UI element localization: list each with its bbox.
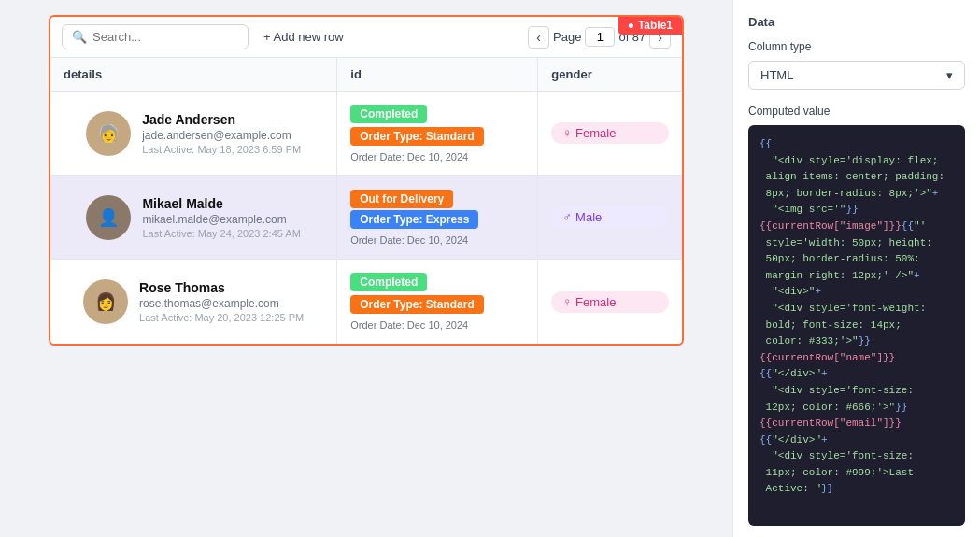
id-cell-0: Completed Order Type: Standard Order Dat… bbox=[337, 92, 538, 175]
status-badge-0: Completed bbox=[350, 105, 427, 123]
user-email-1: mikael.malde@example.com bbox=[142, 213, 300, 226]
gender-cell-0: ♀ Female bbox=[538, 92, 682, 175]
details-cell-0: 🧓 Jade Andersen jade.andersen@example.co… bbox=[50, 92, 337, 175]
page-input[interactable] bbox=[585, 27, 615, 47]
order-type-badge-0: Order Type: Standard bbox=[350, 127, 483, 146]
order-type-badge-2: Order Type: Standard bbox=[350, 295, 483, 314]
order-date-0: Order Date: Dec 10, 2024 bbox=[350, 151, 524, 163]
user-info-2: Rose Thomas rose.thomas@example.com Last… bbox=[139, 280, 304, 323]
order-type-badge-1: Order Type: Express bbox=[350, 210, 478, 229]
badge-row-1: Out for Delivery bbox=[350, 190, 524, 208]
user-active-1: Last Active: May 24, 2023 2:45 AM bbox=[142, 228, 300, 239]
table-row[interactable]: 👤 Mikael Malde mikael.malde@example.com … bbox=[50, 176, 682, 260]
user-active-0: Last Active: May 18, 2023 6:59 PM bbox=[142, 144, 301, 155]
user-name-2: Rose Thomas bbox=[139, 280, 304, 295]
gender-icon-0: ♀ bbox=[562, 126, 572, 140]
chevron-down-icon: ▾ bbox=[946, 68, 953, 82]
gender-badge-0: ♀ Female bbox=[551, 122, 669, 144]
gender-badge-2: ♀ Female bbox=[551, 291, 669, 313]
status-badge-2: Completed bbox=[350, 273, 427, 291]
avatar-2: 👩 bbox=[83, 279, 128, 324]
id-cell-2: Completed Order Type: Standard Order Dat… bbox=[337, 260, 538, 344]
user-info-1: Mikael Malde mikael.malde@example.com La… bbox=[142, 196, 300, 239]
code-block[interactable]: {{ "<div style='display: flex; align-ite… bbox=[748, 125, 965, 526]
details-cell-1: 👤 Mikael Malde mikael.malde@example.com … bbox=[50, 176, 337, 259]
avatar-1: 👤 bbox=[86, 195, 131, 240]
prev-page-button[interactable]: ‹ bbox=[528, 26, 549, 49]
gender-icon-1: ♂ bbox=[562, 210, 572, 224]
left-panel: ● Table1 🔍 + Add new row ‹ Page of 87 › … bbox=[0, 0, 732, 537]
status-badge-1: Out for Delivery bbox=[350, 190, 453, 208]
avatar-face-2: 👩 bbox=[95, 291, 116, 312]
column-type-label: Column type bbox=[733, 40, 980, 61]
add-row-button[interactable]: + Add new row bbox=[256, 26, 351, 48]
toolbar: 🔍 + Add new row ‹ Page of 87 › bbox=[50, 17, 682, 58]
search-input[interactable] bbox=[92, 30, 238, 44]
user-active-2: Last Active: May 20, 2023 12:25 PM bbox=[139, 312, 304, 323]
col-header-gender: gender bbox=[538, 58, 682, 91]
user-name-0: Jade Andersen bbox=[142, 112, 301, 127]
col-header-details: details bbox=[50, 58, 337, 91]
search-box[interactable]: 🔍 bbox=[62, 24, 249, 49]
table-label: ● Table1 bbox=[618, 16, 682, 35]
computed-value-label: Computed value bbox=[733, 105, 980, 125]
badge-row-0: Completed Order Type: Standard bbox=[350, 105, 524, 146]
user-name-1: Mikael Malde bbox=[142, 196, 300, 211]
order-date-2: Order Date: Dec 10, 2024 bbox=[350, 319, 524, 331]
user-info-0: Jade Andersen jade.andersen@example.com … bbox=[142, 112, 301, 155]
order-date-1: Order Date: Dec 10, 2024 bbox=[350, 234, 524, 246]
gender-cell-1: ♂ Male bbox=[538, 176, 682, 259]
search-icon: 🔍 bbox=[72, 30, 87, 44]
table-row[interactable]: 🧓 Jade Andersen jade.andersen@example.co… bbox=[50, 92, 682, 176]
table-row[interactable]: 👩 Rose Thomas rose.thomas@example.com La… bbox=[50, 260, 682, 344]
col-header-id: id bbox=[337, 58, 538, 91]
id-cell-1: Out for Delivery Order Type: Express Ord… bbox=[337, 176, 538, 259]
gender-icon-2: ♀ bbox=[562, 295, 572, 309]
badge-row-1b: Order Type: Express bbox=[350, 210, 524, 229]
user-email-2: rose.thomas@example.com bbox=[139, 297, 304, 310]
column-type-select[interactable]: HTML ▾ bbox=[748, 61, 965, 90]
right-panel: Data Column type HTML ▾ Computed value {… bbox=[732, 0, 980, 537]
avatar-0: 🧓 bbox=[86, 111, 131, 156]
table-header: details id gender bbox=[50, 58, 682, 92]
gender-cell-2: ♀ Female bbox=[538, 260, 682, 344]
right-panel-header: Data bbox=[733, 11, 980, 40]
table-dot: ● bbox=[628, 19, 634, 32]
table-container: ● Table1 🔍 + Add new row ‹ Page of 87 › … bbox=[49, 15, 684, 346]
avatar-face-1: 👤 bbox=[98, 207, 119, 228]
gender-badge-1: ♂ Male bbox=[551, 206, 669, 228]
details-cell-2: 👩 Rose Thomas rose.thomas@example.com La… bbox=[50, 260, 337, 344]
user-email-0: jade.andersen@example.com bbox=[142, 129, 301, 142]
avatar-face-0: 🧓 bbox=[98, 123, 119, 144]
badge-row-2: Completed Order Type: Standard bbox=[350, 273, 524, 314]
